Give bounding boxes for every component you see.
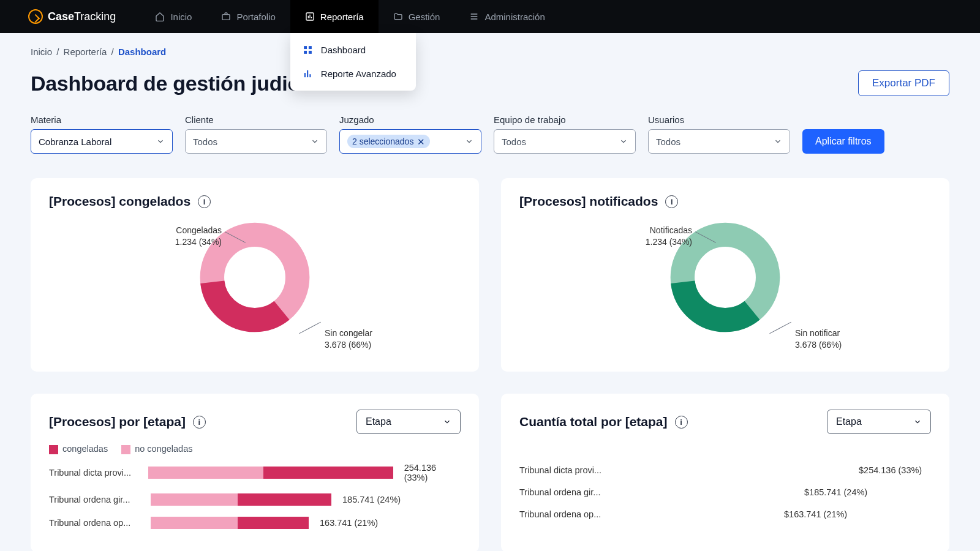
select-value: Etapa <box>836 416 862 427</box>
filter-materia: Materia Cobranza Laboral <box>31 114 173 154</box>
bar-label: Tribunal ordena op... <box>519 509 610 519</box>
bar <box>151 493 331 506</box>
breadcrumb-inicio[interactable]: Inicio <box>31 47 52 57</box>
nav-label: Inicio <box>170 12 192 22</box>
logo-icon <box>28 9 43 24</box>
donut-label-b: Sin congelar3.678 (66%) <box>325 328 372 351</box>
brand-text: CaseTracking <box>48 10 116 23</box>
bar-value: 254.136 (33%) <box>404 463 461 482</box>
filter-label: Juzgado <box>339 114 481 125</box>
folder-icon <box>393 12 403 21</box>
select-value: Cobranza Laboral <box>39 137 111 147</box>
breadcrumb-current: Dashboard <box>118 47 166 57</box>
breadcrumb-sep: / <box>111 47 114 57</box>
equipo-select[interactable]: Todos <box>494 129 636 154</box>
svg-rect-4 <box>304 51 307 54</box>
selection-chip: 2 seleccionados ✕ <box>347 135 430 148</box>
page-content: Inicio / Reportería / Dashboard Dashboar… <box>0 33 980 551</box>
home-icon <box>155 12 165 21</box>
bar-label: Tribunal dicta provi... <box>49 468 137 478</box>
etapa-select[interactable]: Etapa <box>356 410 461 434</box>
chevron-down-icon <box>443 418 451 426</box>
page-title: Dashboard de gestión judicial <box>31 72 322 96</box>
breadcrumb-reporteria[interactable]: Reportería <box>64 47 107 57</box>
nav-inicio[interactable]: Inicio <box>140 0 206 33</box>
card-congelados: [Procesos] congelados i Congeladas1.234 … <box>31 178 479 372</box>
filter-juzgado: Juzgado 2 seleccionados ✕ <box>339 114 481 154</box>
select-value: Todos <box>502 137 526 147</box>
donut-label-b: Sin notificar3.678 (66%) <box>795 328 842 351</box>
nav-gestion[interactable]: Gestión <box>379 0 455 33</box>
select-value: Etapa <box>366 416 391 427</box>
bars-icon <box>303 69 313 79</box>
dropdown-dashboard[interactable]: Dashboard <box>290 38 416 62</box>
bar-value: 163.741 (21%) <box>320 518 378 528</box>
select-value: Todos <box>193 137 217 147</box>
main-nav: Inicio Portafolio Reportería Dashboard R… <box>140 0 559 33</box>
nav-label: Administración <box>484 12 545 22</box>
bar-label: Tribunal dicta provi... <box>519 465 610 475</box>
usuarios-select[interactable]: Todos <box>648 129 790 154</box>
legend-swatch <box>49 445 58 454</box>
reporteria-dropdown: Dashboard Reporte Avanzado <box>290 33 416 91</box>
chevron-down-icon <box>465 137 473 146</box>
export-pdf-button[interactable]: Exportar PDF <box>858 70 949 96</box>
info-icon[interactable]: i <box>665 195 678 208</box>
legend-item: congeladas <box>49 444 108 454</box>
dropdown-label: Dashboard <box>321 45 366 55</box>
juzgado-select[interactable]: 2 seleccionados ✕ <box>339 129 481 154</box>
info-icon[interactable]: i <box>193 416 206 429</box>
title-row: Dashboard de gestión judicial Exportar P… <box>31 70 949 96</box>
filter-label: Equipo de trabajo <box>494 114 636 125</box>
info-icon[interactable]: i <box>198 195 211 208</box>
card-procesos-etapa: [Procesos] por [etapa] i Etapa congelada… <box>31 394 479 551</box>
svg-rect-2 <box>304 46 307 49</box>
cuantia-etapa-select[interactable]: Etapa <box>827 410 931 434</box>
nav-administracion[interactable]: Administración <box>454 0 559 33</box>
dropdown-reporte-avanzado[interactable]: Reporte Avanzado <box>290 62 416 86</box>
bar-row: Tribunal ordena op... $163.741 (21%) <box>519 509 931 520</box>
svg-rect-7 <box>307 70 308 77</box>
card-notificados: [Procesos] notificados i Notificadas1.23… <box>501 178 949 372</box>
filter-label: Materia <box>31 114 173 125</box>
nav-label: Reportería <box>320 12 364 22</box>
card-title: [Procesos] congelados <box>49 194 190 209</box>
bar-value: 185.741 (24%) <box>342 495 401 504</box>
breadcrumb-sep: / <box>56 47 59 57</box>
bar-label: Tribunal ordena gir... <box>49 495 140 504</box>
svg-point-10 <box>212 234 297 320</box>
svg-rect-3 <box>309 46 312 49</box>
donut-label-a: Congeladas1.234 (34%) <box>175 225 222 248</box>
info-icon[interactable]: i <box>675 416 688 429</box>
bar <box>621 487 793 498</box>
nav-label: Portafolio <box>236 12 275 22</box>
svg-rect-0 <box>222 15 230 20</box>
bar-value: $254.136 (33%) <box>859 465 922 475</box>
filter-usuarios: Usuarios Todos <box>648 114 790 154</box>
nav-portafolio[interactable]: Portafolio <box>206 0 290 33</box>
card-title: [Procesos] por [etapa] <box>49 414 186 429</box>
brand-logo[interactable]: CaseTracking <box>28 9 116 24</box>
briefcase-icon <box>221 12 231 21</box>
svg-rect-6 <box>304 73 306 77</box>
top-navbar: CaseTracking Inicio Portafolio Reporterí… <box>0 0 980 33</box>
card-title: [Procesos] notificados <box>519 194 658 209</box>
legend-swatch <box>121 445 130 454</box>
bar <box>621 509 773 520</box>
chip-clear-icon[interactable]: ✕ <box>417 137 425 146</box>
apply-filters-button[interactable]: Aplicar filtros <box>802 129 884 154</box>
bar <box>148 467 393 479</box>
nav-reporteria[interactable]: Reportería Dashboard Reporte Avanzado <box>290 0 379 33</box>
filter-bar: Materia Cobranza Laboral Cliente Todos J… <box>31 114 949 154</box>
bar-row: Tribunal dicta provi... $254.136 (33%) <box>519 465 931 476</box>
svg-point-12 <box>682 234 767 320</box>
filter-equipo: Equipo de trabajo Todos <box>494 114 636 154</box>
materia-select[interactable]: Cobranza Laboral <box>31 129 173 154</box>
filter-cliente: Cliente Todos <box>185 114 327 154</box>
bar-row: Tribunal ordena gir... 185.741 (24%) <box>49 493 461 506</box>
bar-label: Tribunal ordena op... <box>49 518 140 528</box>
chevron-down-icon <box>913 418 922 426</box>
chevron-down-icon <box>619 137 628 146</box>
card-cuantia: Cuantía total por [etapa] i Etapa Tribun… <box>501 394 949 551</box>
cliente-select[interactable]: Todos <box>185 129 327 154</box>
